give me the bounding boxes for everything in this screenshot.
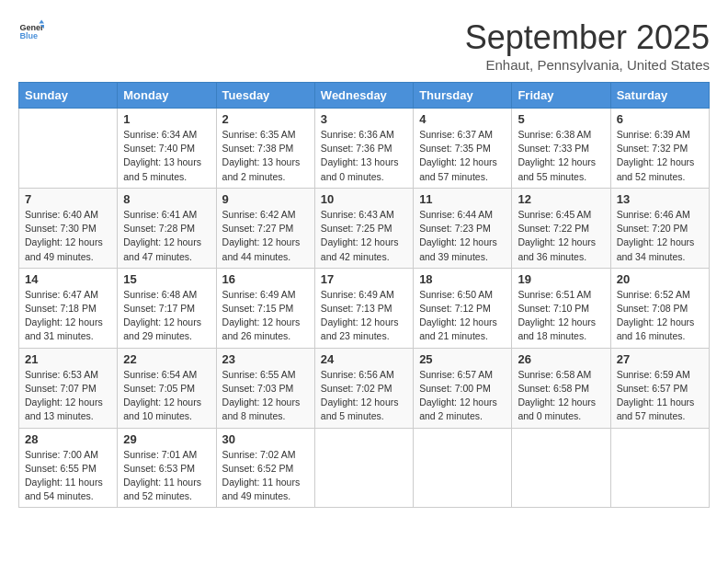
calendar-week-row: 21Sunrise: 6:53 AM Sunset: 7:07 PM Dayli… (19, 348, 710, 428)
calendar-cell: 5Sunrise: 6:38 AM Sunset: 7:33 PM Daylig… (512, 109, 610, 189)
location-subtitle: Enhaut, Pennsylvania, United States (465, 57, 710, 73)
day-number: 28 (25, 432, 111, 446)
day-info: Sunrise: 6:46 AM Sunset: 7:20 PM Dayligh… (617, 208, 703, 264)
col-thursday: Thursday (414, 83, 512, 109)
day-info: Sunrise: 6:50 AM Sunset: 7:12 PM Dayligh… (419, 288, 506, 344)
calendar-cell: 24Sunrise: 6:56 AM Sunset: 7:02 PM Dayli… (314, 348, 413, 428)
col-tuesday: Tuesday (216, 83, 314, 109)
day-number: 1 (123, 112, 210, 126)
day-info: Sunrise: 6:34 AM Sunset: 7:40 PM Dayligh… (123, 128, 210, 184)
calendar-cell: 22Sunrise: 6:54 AM Sunset: 7:05 PM Dayli… (118, 348, 216, 428)
day-number: 11 (419, 192, 506, 206)
day-info: Sunrise: 6:49 AM Sunset: 7:15 PM Dayligh… (222, 288, 309, 344)
calendar-cell: 26Sunrise: 6:58 AM Sunset: 6:58 PM Dayli… (512, 348, 610, 428)
day-info: Sunrise: 6:40 AM Sunset: 7:30 PM Dayligh… (25, 208, 111, 264)
calendar-week-row: 28Sunrise: 7:00 AM Sunset: 6:55 PM Dayli… (19, 428, 710, 508)
calendar-cell: 30Sunrise: 7:02 AM Sunset: 6:52 PM Dayli… (216, 428, 314, 508)
day-number: 25 (419, 352, 506, 366)
day-info: Sunrise: 6:52 AM Sunset: 7:08 PM Dayligh… (617, 288, 703, 344)
day-number: 26 (518, 352, 604, 366)
day-info: Sunrise: 6:39 AM Sunset: 7:32 PM Dayligh… (617, 128, 703, 184)
day-info: Sunrise: 6:51 AM Sunset: 7:10 PM Dayligh… (518, 288, 604, 344)
day-number: 2 (222, 112, 309, 126)
calendar-cell: 21Sunrise: 6:53 AM Sunset: 7:07 PM Dayli… (19, 348, 118, 428)
col-friday: Friday (512, 83, 610, 109)
svg-marker-2 (39, 19, 44, 23)
day-info: Sunrise: 7:01 AM Sunset: 6:53 PM Dayligh… (123, 448, 210, 504)
day-number: 29 (123, 432, 210, 446)
calendar-week-row: 7Sunrise: 6:40 AM Sunset: 7:30 PM Daylig… (19, 188, 710, 268)
day-info: Sunrise: 6:47 AM Sunset: 7:18 PM Dayligh… (25, 288, 111, 344)
day-number: 14 (25, 272, 111, 286)
day-info: Sunrise: 6:36 AM Sunset: 7:36 PM Dayligh… (321, 128, 407, 184)
calendar-cell: 10Sunrise: 6:43 AM Sunset: 7:25 PM Dayli… (314, 188, 413, 268)
calendar-cell: 25Sunrise: 6:57 AM Sunset: 7:00 PM Dayli… (414, 348, 512, 428)
day-info: Sunrise: 6:43 AM Sunset: 7:25 PM Dayligh… (321, 208, 407, 264)
calendar-cell: 4Sunrise: 6:37 AM Sunset: 7:35 PM Daylig… (414, 109, 512, 189)
svg-text:Blue: Blue (19, 31, 38, 40)
calendar-cell: 9Sunrise: 6:42 AM Sunset: 7:27 PM Daylig… (216, 188, 314, 268)
day-number: 13 (617, 192, 703, 206)
col-wednesday: Wednesday (314, 83, 413, 109)
calendar-header-row: Sunday Monday Tuesday Wednesday Thursday… (19, 83, 710, 109)
day-info: Sunrise: 6:57 AM Sunset: 7:00 PM Dayligh… (419, 368, 506, 424)
day-info: Sunrise: 6:56 AM Sunset: 7:02 PM Dayligh… (321, 368, 407, 424)
logo-icon: General Blue (18, 18, 44, 44)
calendar-cell: 17Sunrise: 6:49 AM Sunset: 7:13 PM Dayli… (314, 268, 413, 348)
calendar-cell: 19Sunrise: 6:51 AM Sunset: 7:10 PM Dayli… (512, 268, 610, 348)
day-info: Sunrise: 6:49 AM Sunset: 7:13 PM Dayligh… (321, 288, 407, 344)
calendar-cell: 20Sunrise: 6:52 AM Sunset: 7:08 PM Dayli… (610, 268, 709, 348)
day-number: 16 (222, 272, 309, 286)
page-header: General Blue September 2025 Enhaut, Penn… (18, 18, 710, 73)
calendar-cell (314, 428, 413, 508)
day-info: Sunrise: 6:48 AM Sunset: 7:17 PM Dayligh… (123, 288, 210, 344)
day-number: 8 (123, 192, 210, 206)
calendar-week-row: 14Sunrise: 6:47 AM Sunset: 7:18 PM Dayli… (19, 268, 710, 348)
calendar-cell (512, 428, 610, 508)
day-number: 10 (321, 192, 407, 206)
day-info: Sunrise: 6:42 AM Sunset: 7:27 PM Dayligh… (222, 208, 309, 264)
day-info: Sunrise: 6:44 AM Sunset: 7:23 PM Dayligh… (419, 208, 506, 264)
day-info: Sunrise: 6:41 AM Sunset: 7:28 PM Dayligh… (123, 208, 210, 264)
day-info: Sunrise: 6:53 AM Sunset: 7:07 PM Dayligh… (25, 368, 111, 424)
col-sunday: Sunday (19, 83, 118, 109)
day-number: 20 (617, 272, 703, 286)
calendar-cell (414, 428, 512, 508)
day-number: 5 (518, 112, 604, 126)
day-number: 21 (25, 352, 111, 366)
calendar-cell: 29Sunrise: 7:01 AM Sunset: 6:53 PM Dayli… (118, 428, 216, 508)
day-info: Sunrise: 6:55 AM Sunset: 7:03 PM Dayligh… (222, 368, 309, 424)
day-number: 18 (419, 272, 506, 286)
calendar-cell (19, 109, 118, 189)
day-info: Sunrise: 6:54 AM Sunset: 7:05 PM Dayligh… (123, 368, 210, 424)
col-saturday: Saturday (610, 83, 709, 109)
day-number: 23 (222, 352, 309, 366)
calendar-cell: 28Sunrise: 7:00 AM Sunset: 6:55 PM Dayli… (19, 428, 118, 508)
calendar-cell: 11Sunrise: 6:44 AM Sunset: 7:23 PM Dayli… (414, 188, 512, 268)
day-number: 27 (617, 352, 703, 366)
day-info: Sunrise: 7:02 AM Sunset: 6:52 PM Dayligh… (222, 448, 309, 504)
calendar-cell: 7Sunrise: 6:40 AM Sunset: 7:30 PM Daylig… (19, 188, 118, 268)
day-info: Sunrise: 7:00 AM Sunset: 6:55 PM Dayligh… (25, 448, 111, 504)
day-info: Sunrise: 6:35 AM Sunset: 7:38 PM Dayligh… (222, 128, 309, 184)
day-info: Sunrise: 6:59 AM Sunset: 6:57 PM Dayligh… (617, 368, 703, 424)
day-info: Sunrise: 6:45 AM Sunset: 7:22 PM Dayligh… (518, 208, 604, 264)
calendar-cell: 6Sunrise: 6:39 AM Sunset: 7:32 PM Daylig… (610, 109, 709, 189)
day-number: 9 (222, 192, 309, 206)
calendar-table: Sunday Monday Tuesday Wednesday Thursday… (18, 82, 710, 508)
calendar-cell: 27Sunrise: 6:59 AM Sunset: 6:57 PM Dayli… (610, 348, 709, 428)
day-number: 30 (222, 432, 309, 446)
svg-text:General: General (19, 23, 44, 32)
day-number: 22 (123, 352, 210, 366)
calendar-cell (610, 428, 709, 508)
calendar-cell: 18Sunrise: 6:50 AM Sunset: 7:12 PM Dayli… (414, 268, 512, 348)
title-section: September 2025 Enhaut, Pennsylvania, Uni… (465, 18, 710, 73)
calendar-cell: 15Sunrise: 6:48 AM Sunset: 7:17 PM Dayli… (118, 268, 216, 348)
logo: General Blue (18, 18, 44, 44)
day-number: 6 (617, 112, 703, 126)
day-number: 17 (321, 272, 407, 286)
day-number: 19 (518, 272, 604, 286)
day-number: 15 (123, 272, 210, 286)
day-number: 12 (518, 192, 604, 206)
calendar-cell: 16Sunrise: 6:49 AM Sunset: 7:15 PM Dayli… (216, 268, 314, 348)
